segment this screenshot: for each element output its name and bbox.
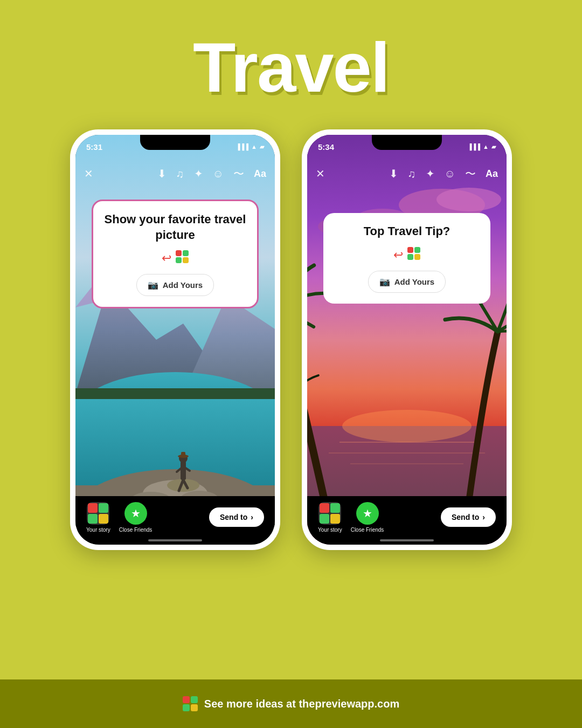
phone-1-frame: 5:31 ▐▐▐ ▲ ▰ ✕ ⬇ ♫ ✦ ☺ 〜 xyxy=(70,129,280,550)
phone2-status-icons: ▐▐▐ ▲ ▰ xyxy=(468,143,496,150)
phone1-close-friends-label: Close Friends xyxy=(119,527,153,533)
phone1-download-icon[interactable]: ⬇ xyxy=(157,167,167,180)
phone1-status-icons: ▐▐▐ ▲ ▰ xyxy=(236,143,264,150)
phone2-send-to-button[interactable]: Send to › xyxy=(441,507,496,527)
phone1-close-friends-icon: ★ xyxy=(124,502,147,525)
svg-point-29 xyxy=(436,188,501,211)
phone1-story-toolbar: ✕ ⬇ ♫ ✦ ☺ 〜 Aa xyxy=(75,163,275,184)
phone1-card-icons: ↩ xyxy=(104,249,246,266)
phone2-toolbar-right: ⬇ ♫ ✦ ☺ 〜 Aa xyxy=(389,167,498,181)
phone2-your-story[interactable]: Your story xyxy=(318,502,342,533)
phone2-bottom-bar: Your story ★ Close Friends Send to › xyxy=(307,496,507,545)
camera-icon-2: 📷 xyxy=(379,277,390,287)
battery-icon: ▰ xyxy=(260,143,264,150)
phone1-send-to-button[interactable]: Send to › xyxy=(209,507,264,527)
phone2-story-icon xyxy=(318,502,341,525)
phone-2-inner: 5:34 ▐▐▐ ▲ ▰ ✕ ⬇ ♫ ✦ ☺ 〜 xyxy=(307,135,507,545)
phone1-bottom-actions: Your story ★ Close Friends xyxy=(86,502,152,533)
camera-icon: 📷 xyxy=(148,280,158,290)
phone1-bottom-bar: Your story ★ Close Friends Send to › xyxy=(75,496,275,545)
palm-scene-svg xyxy=(307,135,507,545)
phone1-your-story[interactable]: Your story xyxy=(86,502,110,533)
phone2-add-yours-label: Add Yours xyxy=(394,277,434,286)
svg-rect-22 xyxy=(181,452,185,457)
phones-row: 5:31 ▐▐▐ ▲ ▰ ✕ ⬇ ♫ ✦ ☺ 〜 xyxy=(70,129,512,550)
phone1-sticker-icon[interactable]: ☺ xyxy=(213,168,224,180)
phone2-text-icon[interactable]: Aa xyxy=(486,168,498,180)
phone2-notch xyxy=(372,135,442,150)
footer-bar: See more ideas at thepreviewapp.com xyxy=(0,679,582,728)
phone2-close-friends-icon: ★ xyxy=(356,502,379,525)
phone2-close-icon[interactable]: ✕ xyxy=(316,167,325,180)
phone2-add-yours-button[interactable]: 📷 Add Yours xyxy=(368,271,446,293)
wifi-icon: ▲ xyxy=(251,143,257,150)
phone1-send-chevron: › xyxy=(251,513,253,521)
phone-2-frame: 5:34 ▐▐▐ ▲ ▰ ✕ ⬇ ♫ ✦ ☺ 〜 xyxy=(302,129,512,550)
phone1-notch xyxy=(140,135,210,150)
phone2-send-to-label: Send to xyxy=(452,513,479,521)
title-area: Travel xyxy=(193,32,389,102)
svg-rect-8 xyxy=(75,388,275,399)
phone2-music-icon[interactable]: ♫ xyxy=(408,168,416,180)
phone1-add-yours-card: Show your favorite travel picture ↩ xyxy=(92,200,259,308)
phone2-send-chevron: › xyxy=(482,513,485,521)
phone2-download-icon[interactable]: ⬇ xyxy=(389,167,398,180)
svg-point-32 xyxy=(342,410,472,442)
phone1-add-yours-label: Add Yours xyxy=(163,280,203,290)
footer-logo xyxy=(183,696,198,711)
phone-1-inner: 5:31 ▐▐▐ ▲ ▰ ✕ ⬇ ♫ ✦ ☺ 〜 xyxy=(75,135,275,545)
phone2-bottom-actions: Your story ★ Close Friends xyxy=(318,502,384,533)
phone1-home-indicator xyxy=(148,539,202,541)
phone1-sparkle-icon[interactable]: ✦ xyxy=(194,167,203,180)
page-title: Travel xyxy=(193,32,389,102)
phone1-send-to-label: Send to xyxy=(220,513,247,521)
signal-icon-2: ▐▐▐ xyxy=(468,143,480,150)
phone1-toolbar-right: ⬇ ♫ ✦ ☺ 〜 Aa xyxy=(157,167,266,181)
phone2-story-toolbar: ✕ ⬇ ♫ ✦ ☺ 〜 Aa xyxy=(307,163,507,184)
phone2-card-title: Top Travel Tip? xyxy=(334,224,480,239)
phone1-card-title: Show your favorite travel picture xyxy=(104,212,246,243)
phone2-your-story-label: Your story xyxy=(318,527,342,533)
phone1-your-story-label: Your story xyxy=(86,527,110,533)
phone2-add-yours-card: Top Travel Tip? ↩ xyxy=(323,213,490,304)
mountain-scene-svg xyxy=(75,135,275,545)
phone1-time: 5:31 xyxy=(86,142,102,152)
phone1-music-icon[interactable]: ♫ xyxy=(176,168,184,180)
phone2-sparkle-icon[interactable]: ✦ xyxy=(426,167,435,180)
phone2-close-friends-label: Close Friends xyxy=(351,527,384,533)
wifi-icon-2: ▲ xyxy=(483,143,489,150)
phone1-close-friends[interactable]: ★ Close Friends xyxy=(119,502,153,533)
phone1-text-icon[interactable]: Aa xyxy=(254,168,266,180)
phone1-add-yours-button[interactable]: 📷 Add Yours xyxy=(136,274,214,296)
svg-rect-15 xyxy=(181,461,186,480)
battery-icon-2: ▰ xyxy=(491,143,496,150)
phone1-story-icon xyxy=(87,502,109,525)
main-background: Travel xyxy=(0,0,582,728)
phone2-card-icons: ↩ xyxy=(334,246,480,263)
footer-text: See more ideas at thepreviewapp.com xyxy=(204,698,399,710)
phone2-time: 5:34 xyxy=(318,142,334,152)
phone1-draw-icon[interactable]: 〜 xyxy=(233,167,244,181)
signal-icon: ▐▐▐ xyxy=(236,143,248,150)
phone2-draw-icon[interactable]: 〜 xyxy=(465,167,476,181)
phone2-home-indicator xyxy=(380,539,434,541)
phone2-close-friends[interactable]: ★ Close Friends xyxy=(351,502,384,533)
phone1-close-icon[interactable]: ✕ xyxy=(84,167,93,180)
phone2-sticker-icon[interactable]: ☺ xyxy=(445,168,455,180)
